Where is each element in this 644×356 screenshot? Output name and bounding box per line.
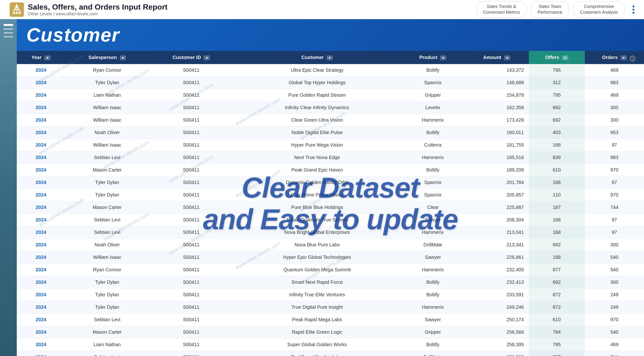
table-cell: Infinity True Elite Ventures <box>233 289 401 301</box>
table-row: 2024Liam NathanS00411Pure Golden Rapid S… <box>17 89 644 101</box>
table-cell: 2024 <box>17 239 65 251</box>
data-table: Year ▼ Salesperson ▼ Customer ID ▼ Custo… <box>17 51 644 356</box>
table-row: 2024Sebtian LeviS00411Red Pure Ultra Ana… <box>17 351 644 356</box>
table-cell: 2024 <box>17 176 65 189</box>
table-cell: 300 <box>585 101 644 114</box>
table-cell: 233,591 <box>465 289 529 301</box>
table-cell: Gripper <box>401 326 465 338</box>
table-cell: Smart Quantum True Stream <box>233 214 401 226</box>
table-cell: 692 <box>529 114 585 126</box>
table-cell: 692 <box>529 276 585 289</box>
table-cell: 146,688 <box>465 77 529 89</box>
table-cell: 2024 <box>17 226 65 239</box>
table-row: 2024Tyler DylanS00411True Digital Pure I… <box>17 301 644 313</box>
table-cell: Peak Rapid Mega Labs <box>233 313 401 326</box>
table-cell: S00411 <box>149 326 233 338</box>
table-cell: Hammerix <box>401 301 465 313</box>
table-row: 2024Sebtian LeviS00411Next True Nova Edg… <box>17 151 644 164</box>
table-cell: 180,011 <box>465 126 529 139</box>
table-cell: Nova Bright Global Enterprises <box>233 226 401 239</box>
table-cell: 2024 <box>17 214 65 226</box>
table-cell: William Isaac <box>65 101 149 114</box>
table-cell: 2024 <box>17 151 65 164</box>
table-cell: 261,909 <box>465 351 529 356</box>
table-cell: 872 <box>529 289 585 301</box>
table-cell: 469 <box>585 64 644 77</box>
product-filter[interactable]: ▼ <box>440 55 446 60</box>
table-cell: 877 <box>529 264 585 276</box>
table-cell: S00411 <box>149 289 233 301</box>
table-cell: 2024 <box>17 326 65 338</box>
table-row: 2024Tyler DylanS00411Epic Prime Prime Ha… <box>17 189 644 201</box>
table-cell: 610 <box>529 313 585 326</box>
table-cell: Super Global Golden Works <box>233 338 401 351</box>
table-row: 2024Sebtian LeviS00411Smart Quantum True… <box>17 214 644 226</box>
customerid-filter[interactable]: ▼ <box>204 55 210 60</box>
customer-filter[interactable]: ▼ <box>326 55 333 60</box>
orders-filter[interactable]: ▼ <box>620 55 627 60</box>
table-cell: Sebtian Levi <box>65 226 149 239</box>
customer-title: Customer <box>26 24 120 46</box>
table-cell: Epic Prime Prime Haven <box>233 189 401 201</box>
header: Sales, Offers, and Orders Input Report O… <box>0 0 644 19</box>
table-row: 2024Noah OliverS00411Nova Blue Pure Labs… <box>17 239 644 251</box>
table-cell: 249 <box>585 301 644 313</box>
year-filter[interactable]: ▼ <box>44 55 50 60</box>
table-row: 2024Ryan ConnorS00411Quantum Golden Mega… <box>17 264 644 276</box>
table-row: 2024William IsaacS00411Hyper Epic Global… <box>17 251 644 264</box>
table-cell: 205,857 <box>465 189 529 201</box>
table-cell: 2024 <box>17 276 65 289</box>
table-cell: Pure Golden Rapid Stream <box>233 89 401 101</box>
table-row: 2024Sebtian LeviS00411Peak Rapid Mega La… <box>17 313 644 326</box>
table-cell: 540 <box>585 251 644 264</box>
table-container[interactable]: ⚙ www.other-levels.com www.other-levels.… <box>17 51 644 356</box>
table-cell: 97 <box>585 139 644 151</box>
table-cell: Boltify <box>401 126 465 139</box>
table-cell: 540 <box>585 326 644 338</box>
col-year: Year ▼ <box>17 51 65 64</box>
table-cell: 300 <box>585 114 644 126</box>
settings-icon[interactable]: ⚙ <box>629 54 639 64</box>
table-cell: 953 <box>585 126 644 139</box>
table-cell: Tyler Dylan <box>65 276 149 289</box>
table-cell: Tyler Dylan <box>65 189 149 201</box>
table-cell: William Isaac <box>65 139 149 151</box>
table-cell: S00411 <box>149 176 233 189</box>
nav-tabs: Sales Trends & Conversion Metrics Sales … <box>476 1 634 18</box>
table-cell: Tyler Dylan <box>65 77 149 89</box>
table-cell: Noah Oliver <box>65 239 149 251</box>
salesperson-filter[interactable]: ▼ <box>120 55 126 60</box>
table-cell: 168 <box>529 139 585 151</box>
table-cell: Spannix <box>401 176 465 189</box>
amount-filter[interactable]: ▼ <box>504 55 510 60</box>
table-cell: Mason Carter <box>65 164 149 176</box>
table-cell: Hammerix <box>401 264 465 276</box>
table-cell: 2024 <box>17 101 65 114</box>
table-row: 2024Liam NathanS00411Super Global Golden… <box>17 338 644 351</box>
table-cell: S00411 <box>149 64 233 77</box>
tab-sales-team[interactable]: Sales Team Performance <box>531 1 569 18</box>
sidebar-indicator-3 <box>4 32 13 34</box>
tab-sales-trends[interactable]: Sales Trends & Conversion Metrics <box>476 1 527 18</box>
table-cell: 154,878 <box>465 89 529 101</box>
table-cell: Quantum Golden Mega Summit <box>233 264 401 276</box>
table-cell: 187 <box>529 201 585 214</box>
table-cell: Peak Grand Epic Haven <box>233 164 401 176</box>
col-customerid: Customer ID ▼ <box>149 51 233 64</box>
table-cell: 2024 <box>17 77 65 89</box>
table-cell: 795 <box>529 338 585 351</box>
tab-comprehensive[interactable]: Comprehensive Customers Analysis <box>573 1 625 18</box>
customer-header: Customer <box>17 19 644 51</box>
table-cell: Sawyer <box>401 313 465 326</box>
table-cell: Ryan Connor <box>65 264 149 276</box>
table-cell: S00411 <box>149 164 233 176</box>
table-cell: S00411 <box>149 151 233 164</box>
nav-more-dots[interactable] <box>632 6 634 14</box>
table-cell: Boltify <box>401 164 465 176</box>
table-cell: 168 <box>529 214 585 226</box>
table-cell: 188 <box>529 251 585 264</box>
table-cell: 300 <box>585 239 644 251</box>
table-cell: 2024 <box>17 264 65 276</box>
offers-filter[interactable]: ▼ <box>562 55 568 60</box>
table-cell: 173,428 <box>465 114 529 126</box>
